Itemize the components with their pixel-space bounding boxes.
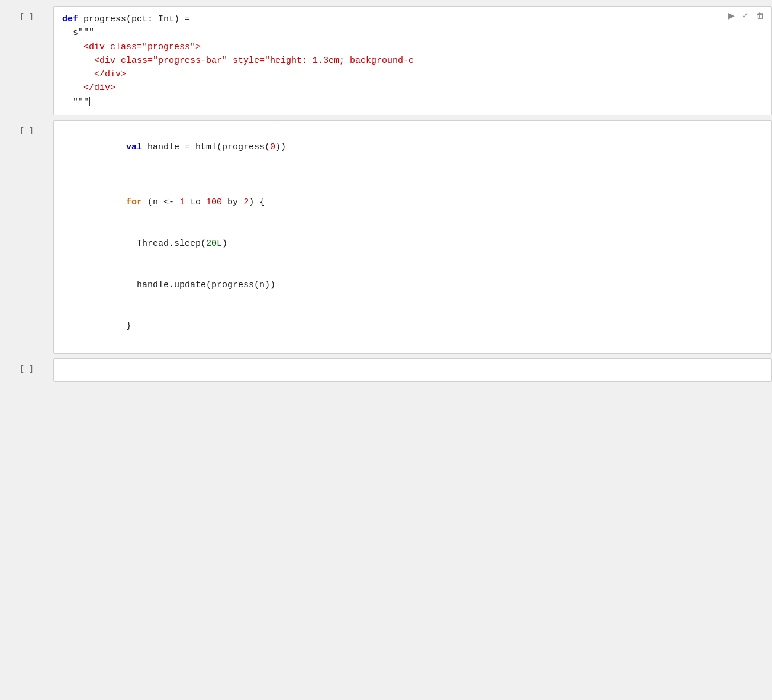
keyword: for bbox=[126, 197, 142, 207]
notebook: [ ] ▶ ✓ 🗑 def progress(pct: Int) = s""" … bbox=[0, 0, 772, 393]
number: 0 bbox=[270, 142, 275, 152]
number: 2 bbox=[243, 197, 249, 207]
code-text: """ bbox=[62, 97, 89, 107]
cell-2-content[interactable]: val handle = html(progress(0)) for (n <-… bbox=[53, 120, 772, 354]
check-button[interactable]: ✓ bbox=[739, 10, 751, 21]
code-line: } bbox=[62, 306, 763, 347]
code-line: <div class="progress-bar" style="height:… bbox=[62, 54, 763, 68]
cell-2: [ ] val handle = html(progress(0)) for (… bbox=[0, 120, 772, 354]
cell-3-counter: [ ] bbox=[20, 364, 33, 373]
cell-1-toolbar: ▶ ✓ 🗑 bbox=[726, 10, 767, 21]
cell-3-content[interactable] bbox=[53, 358, 772, 382]
code-text: </div> bbox=[62, 83, 115, 93]
code-text: progress(pct: Int) = bbox=[83, 14, 190, 24]
code-text: <div class="progress-bar" style="height:… bbox=[62, 56, 414, 66]
code-line: </div> bbox=[62, 68, 763, 81]
delete-button[interactable]: 🗑 bbox=[754, 10, 767, 21]
code-line: """ bbox=[62, 95, 763, 109]
cell-1-content[interactable]: ▶ ✓ 🗑 def progress(pct: Int) = s""" <div… bbox=[53, 6, 772, 115]
code-text: to bbox=[185, 197, 206, 207]
text-cursor bbox=[89, 97, 90, 106]
code-text: by bbox=[222, 197, 243, 207]
code-line: for (n <- 1 to 100 by 2) { bbox=[62, 182, 763, 223]
code-text: handle = html(progress( bbox=[142, 142, 270, 152]
code-line: def progress(pct: Int) = bbox=[62, 12, 763, 26]
code-line: <div class="progress"> bbox=[62, 40, 763, 54]
cell-1: [ ] ▶ ✓ 🗑 def progress(pct: Int) = s""" … bbox=[0, 6, 772, 115]
code-text: (n <- bbox=[142, 197, 179, 207]
cell-2-gutter: [ ] bbox=[0, 120, 53, 354]
code-text: <div class="progress"> bbox=[62, 42, 201, 52]
code-line bbox=[62, 168, 763, 182]
code-text: ) { bbox=[249, 197, 265, 207]
code-line: Thread.sleep(20L) bbox=[62, 223, 763, 265]
cell-3-gutter: [ ] bbox=[0, 358, 53, 382]
cell-1-gutter: [ ] bbox=[0, 6, 53, 115]
code-line: </div> bbox=[62, 81, 763, 95]
run-button[interactable]: ▶ bbox=[726, 10, 737, 21]
keyword: val bbox=[126, 142, 142, 152]
code-text: handle.update(progress(n)) bbox=[105, 280, 275, 290]
code-text: Thread.sleep( bbox=[105, 239, 206, 249]
code-text: ) bbox=[222, 239, 227, 249]
cell-3: [ ] bbox=[0, 358, 772, 382]
cell-2-counter: [ ] bbox=[20, 126, 33, 135]
code-text bbox=[105, 142, 126, 152]
number: 20L bbox=[206, 239, 222, 249]
keyword: def bbox=[62, 14, 83, 24]
cell-1-counter: [ ] bbox=[20, 12, 33, 21]
code-text: )) bbox=[275, 142, 286, 152]
number: 100 bbox=[206, 197, 222, 207]
code-line: val handle = html(progress(0)) bbox=[62, 127, 763, 168]
number: 1 bbox=[179, 197, 185, 207]
code-text bbox=[105, 197, 126, 207]
code-text: } bbox=[105, 321, 131, 331]
code-text: </div> bbox=[62, 69, 126, 79]
code-text: s""" bbox=[62, 28, 94, 38]
code-line: s""" bbox=[62, 26, 763, 40]
code-line: handle.update(progress(n)) bbox=[62, 264, 763, 306]
